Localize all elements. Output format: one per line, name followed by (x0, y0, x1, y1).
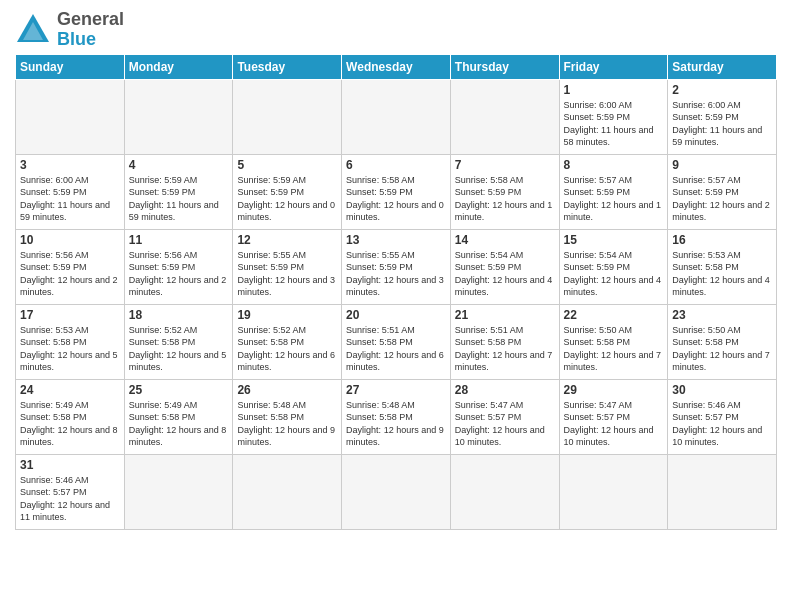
day-info: Sunrise: 5:48 AM Sunset: 5:58 PM Dayligh… (237, 399, 337, 449)
day-info: Sunrise: 5:52 AM Sunset: 5:58 PM Dayligh… (237, 324, 337, 374)
day-info: Sunrise: 5:51 AM Sunset: 5:58 PM Dayligh… (455, 324, 555, 374)
day-cell: 13Sunrise: 5:55 AM Sunset: 5:59 PM Dayli… (342, 229, 451, 304)
day-number: 24 (20, 383, 120, 397)
day-number: 10 (20, 233, 120, 247)
day-number: 8 (564, 158, 664, 172)
day-info: Sunrise: 5:50 AM Sunset: 5:58 PM Dayligh… (564, 324, 664, 374)
day-number: 3 (20, 158, 120, 172)
day-cell: 15Sunrise: 5:54 AM Sunset: 5:59 PM Dayli… (559, 229, 668, 304)
day-number: 6 (346, 158, 446, 172)
day-number: 16 (672, 233, 772, 247)
day-info: Sunrise: 5:49 AM Sunset: 5:58 PM Dayligh… (20, 399, 120, 449)
day-cell (124, 79, 233, 154)
logo-text-block: General Blue (57, 10, 124, 50)
day-info: Sunrise: 5:59 AM Sunset: 5:59 PM Dayligh… (237, 174, 337, 224)
day-cell: 22Sunrise: 5:50 AM Sunset: 5:58 PM Dayli… (559, 304, 668, 379)
logo-container: General Blue (15, 10, 124, 50)
day-cell: 7Sunrise: 5:58 AM Sunset: 5:59 PM Daylig… (450, 154, 559, 229)
day-info: Sunrise: 5:53 AM Sunset: 5:58 PM Dayligh… (672, 249, 772, 299)
week-row-0: 1Sunrise: 6:00 AM Sunset: 5:59 PM Daylig… (16, 79, 777, 154)
weekday-header-saturday: Saturday (668, 54, 777, 79)
day-cell: 21Sunrise: 5:51 AM Sunset: 5:58 PM Dayli… (450, 304, 559, 379)
day-cell (342, 79, 451, 154)
weekday-header-tuesday: Tuesday (233, 54, 342, 79)
week-row-3: 17Sunrise: 5:53 AM Sunset: 5:58 PM Dayli… (16, 304, 777, 379)
day-cell: 27Sunrise: 5:48 AM Sunset: 5:58 PM Dayli… (342, 379, 451, 454)
day-cell: 6Sunrise: 5:58 AM Sunset: 5:59 PM Daylig… (342, 154, 451, 229)
day-info: Sunrise: 5:54 AM Sunset: 5:59 PM Dayligh… (564, 249, 664, 299)
page: General Blue SundayMondayTuesdayWednesda… (0, 0, 792, 540)
day-number: 14 (455, 233, 555, 247)
day-cell (233, 79, 342, 154)
day-number: 15 (564, 233, 664, 247)
logo-wordmark: General Blue (57, 10, 124, 50)
day-cell (559, 454, 668, 529)
day-number: 21 (455, 308, 555, 322)
day-number: 31 (20, 458, 120, 472)
day-cell (668, 454, 777, 529)
day-info: Sunrise: 5:57 AM Sunset: 5:59 PM Dayligh… (672, 174, 772, 224)
day-number: 17 (20, 308, 120, 322)
day-cell: 29Sunrise: 5:47 AM Sunset: 5:57 PM Dayli… (559, 379, 668, 454)
logo-area: General Blue (15, 10, 124, 50)
day-number: 13 (346, 233, 446, 247)
day-number: 27 (346, 383, 446, 397)
day-cell: 24Sunrise: 5:49 AM Sunset: 5:58 PM Dayli… (16, 379, 125, 454)
day-info: Sunrise: 5:48 AM Sunset: 5:58 PM Dayligh… (346, 399, 446, 449)
day-info: Sunrise: 5:50 AM Sunset: 5:58 PM Dayligh… (672, 324, 772, 374)
day-info: Sunrise: 5:46 AM Sunset: 5:57 PM Dayligh… (672, 399, 772, 449)
day-info: Sunrise: 5:55 AM Sunset: 5:59 PM Dayligh… (346, 249, 446, 299)
day-info: Sunrise: 5:56 AM Sunset: 5:59 PM Dayligh… (20, 249, 120, 299)
day-cell: 4Sunrise: 5:59 AM Sunset: 5:59 PM Daylig… (124, 154, 233, 229)
weekday-header-monday: Monday (124, 54, 233, 79)
day-number: 26 (237, 383, 337, 397)
day-info: Sunrise: 5:47 AM Sunset: 5:57 PM Dayligh… (564, 399, 664, 449)
week-row-5: 31Sunrise: 5:46 AM Sunset: 5:57 PM Dayli… (16, 454, 777, 529)
day-number: 1 (564, 83, 664, 97)
day-cell (16, 79, 125, 154)
logo-blue: Blue (57, 29, 96, 49)
week-row-4: 24Sunrise: 5:49 AM Sunset: 5:58 PM Dayli… (16, 379, 777, 454)
day-number: 22 (564, 308, 664, 322)
day-number: 5 (237, 158, 337, 172)
day-cell: 18Sunrise: 5:52 AM Sunset: 5:58 PM Dayli… (124, 304, 233, 379)
day-cell: 28Sunrise: 5:47 AM Sunset: 5:57 PM Dayli… (450, 379, 559, 454)
day-number: 11 (129, 233, 229, 247)
day-cell: 17Sunrise: 5:53 AM Sunset: 5:58 PM Dayli… (16, 304, 125, 379)
day-info: Sunrise: 5:57 AM Sunset: 5:59 PM Dayligh… (564, 174, 664, 224)
day-cell (450, 79, 559, 154)
weekday-header-row: SundayMondayTuesdayWednesdayThursdayFrid… (16, 54, 777, 79)
weekday-header-friday: Friday (559, 54, 668, 79)
day-cell: 26Sunrise: 5:48 AM Sunset: 5:58 PM Dayli… (233, 379, 342, 454)
day-info: Sunrise: 5:58 AM Sunset: 5:59 PM Dayligh… (346, 174, 446, 224)
day-cell: 12Sunrise: 5:55 AM Sunset: 5:59 PM Dayli… (233, 229, 342, 304)
day-cell: 10Sunrise: 5:56 AM Sunset: 5:59 PM Dayli… (16, 229, 125, 304)
week-row-1: 3Sunrise: 6:00 AM Sunset: 5:59 PM Daylig… (16, 154, 777, 229)
day-info: Sunrise: 6:00 AM Sunset: 5:59 PM Dayligh… (20, 174, 120, 224)
day-cell: 25Sunrise: 5:49 AM Sunset: 5:58 PM Dayli… (124, 379, 233, 454)
day-cell: 16Sunrise: 5:53 AM Sunset: 5:58 PM Dayli… (668, 229, 777, 304)
day-cell (233, 454, 342, 529)
day-number: 12 (237, 233, 337, 247)
day-cell: 2Sunrise: 6:00 AM Sunset: 5:59 PM Daylig… (668, 79, 777, 154)
day-cell: 9Sunrise: 5:57 AM Sunset: 5:59 PM Daylig… (668, 154, 777, 229)
day-info: Sunrise: 6:00 AM Sunset: 5:59 PM Dayligh… (564, 99, 664, 149)
day-number: 7 (455, 158, 555, 172)
day-cell: 19Sunrise: 5:52 AM Sunset: 5:58 PM Dayli… (233, 304, 342, 379)
day-cell: 8Sunrise: 5:57 AM Sunset: 5:59 PM Daylig… (559, 154, 668, 229)
day-cell: 3Sunrise: 6:00 AM Sunset: 5:59 PM Daylig… (16, 154, 125, 229)
day-number: 25 (129, 383, 229, 397)
day-number: 2 (672, 83, 772, 97)
day-cell: 1Sunrise: 6:00 AM Sunset: 5:59 PM Daylig… (559, 79, 668, 154)
day-info: Sunrise: 5:46 AM Sunset: 5:57 PM Dayligh… (20, 474, 120, 524)
day-number: 9 (672, 158, 772, 172)
day-number: 28 (455, 383, 555, 397)
day-info: Sunrise: 5:53 AM Sunset: 5:58 PM Dayligh… (20, 324, 120, 374)
logo-svg (15, 12, 51, 48)
day-cell: 30Sunrise: 5:46 AM Sunset: 5:57 PM Dayli… (668, 379, 777, 454)
week-row-2: 10Sunrise: 5:56 AM Sunset: 5:59 PM Dayli… (16, 229, 777, 304)
day-cell: 14Sunrise: 5:54 AM Sunset: 5:59 PM Dayli… (450, 229, 559, 304)
day-info: Sunrise: 5:52 AM Sunset: 5:58 PM Dayligh… (129, 324, 229, 374)
day-info: Sunrise: 5:56 AM Sunset: 5:59 PM Dayligh… (129, 249, 229, 299)
day-number: 23 (672, 308, 772, 322)
